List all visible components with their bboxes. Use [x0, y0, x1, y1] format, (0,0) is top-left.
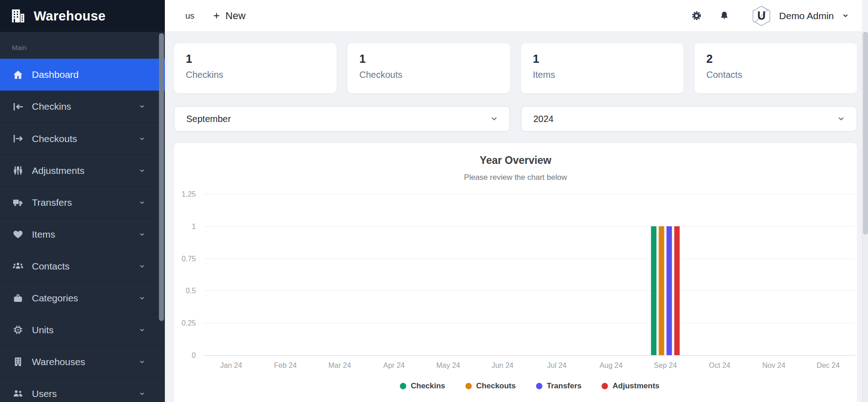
stat-label: Items — [533, 70, 672, 80]
sliders-icon — [11, 165, 24, 176]
bar-transfers-sep-24[interactable] — [666, 226, 672, 355]
sidebar-item-label: Dashboard — [32, 69, 79, 80]
main-column: us New U Demo Admin 1Checkins1Checkouts1… — [165, 0, 868, 402]
sidebar: Warehouse Main DashboardCheckinsCheckout… — [0, 0, 165, 402]
y-axis-tick-label: 1 — [174, 223, 196, 231]
sidebar-item-adjustments[interactable]: Adjustments — [0, 154, 165, 186]
y-axis-tick-label: 0.5 — [174, 287, 196, 295]
chevron-down-icon — [138, 231, 146, 238]
legend-label: Transfers — [547, 382, 582, 391]
chart-gridline — [204, 290, 855, 291]
legend-item-adjustments[interactable]: Adjustments — [602, 382, 659, 391]
sidebar-item-label: Categories — [32, 293, 78, 304]
page-scrollbar — [862, 32, 868, 402]
locale-switcher[interactable]: us — [185, 11, 194, 21]
x-axis-tick-label: Nov 24 — [747, 361, 801, 370]
sidebar-item-categories[interactable]: Categories — [0, 282, 165, 314]
chevron-down-icon — [837, 114, 846, 123]
sidebar-section-label: Main — [0, 32, 165, 59]
x-axis-tick-label: Feb 24 — [258, 361, 312, 370]
sidebar-item-checkouts[interactable]: Checkouts — [0, 122, 165, 154]
new-button[interactable]: New — [213, 10, 245, 22]
x-axis-tick-label: Apr 24 — [367, 361, 421, 370]
sidebar-item-checkins[interactable]: Checkins — [0, 91, 165, 122]
year-select[interactable]: 2024 — [521, 106, 857, 132]
month-select[interactable]: September — [174, 106, 510, 132]
page-scrollbar-thumb[interactable] — [863, 32, 868, 234]
microchip-icon — [11, 324, 24, 336]
sidebar-nav: Main DashboardCheckinsCheckoutsAdjustmen… — [0, 32, 165, 402]
legend-label: Adjustments — [613, 382, 659, 391]
sidebar-item-label: Items — [32, 229, 55, 240]
warehouse-icon — [11, 356, 24, 367]
chevron-down-icon — [842, 12, 849, 20]
x-axis-tick-label: Jul 24 — [530, 361, 584, 370]
chevron-down-icon — [138, 135, 146, 142]
y-axis-tick-label: 0.75 — [174, 255, 196, 263]
legend-dot — [602, 383, 608, 389]
legend-item-checkins[interactable]: Checkins — [400, 382, 445, 391]
sidebar-item-transfers[interactable]: Transfers — [0, 186, 165, 218]
sidebar-scrollbar-thumb[interactable] — [159, 33, 164, 321]
chart-title: Year Overview — [174, 154, 857, 167]
chart-plot-area: 00.250.50.7511.25 — [204, 194, 855, 356]
building-logo-icon — [9, 7, 26, 25]
x-axis-tick-label: Jun 24 — [475, 361, 530, 370]
stat-value: 1 — [533, 52, 672, 66]
user-name: Demo Admin — [779, 10, 834, 21]
truck-icon — [11, 197, 24, 208]
year-select-value: 2024 — [533, 114, 554, 124]
sidebar-item-contacts[interactable]: Contacts — [0, 250, 165, 282]
legend-item-transfers[interactable]: Transfers — [536, 382, 582, 391]
sidebar-item-label: Users — [32, 388, 57, 399]
x-axis-tick-label: May 24 — [421, 361, 475, 370]
bar-checkouts-sep-24[interactable] — [659, 226, 664, 355]
sidebar-item-label: Units — [32, 325, 54, 336]
home-icon — [11, 69, 24, 81]
legend-label: Checkouts — [476, 382, 516, 391]
stat-value: 2 — [706, 52, 845, 66]
x-axis-tick-label: Jan 24 — [204, 361, 258, 370]
x-axis-tick-label: Sep 24 — [638, 361, 692, 370]
bell-icon[interactable] — [719, 10, 730, 21]
chart-gridline — [204, 226, 855, 227]
chart-gridline — [204, 259, 855, 259]
gear-icon[interactable] — [691, 10, 702, 21]
legend-label: Checkins — [411, 382, 445, 391]
chevron-down-icon — [138, 358, 146, 366]
month-select-value: September — [186, 114, 231, 124]
x-axis-tick-label: Mar 24 — [312, 361, 367, 370]
sidebar-item-label: Transfers — [32, 197, 72, 208]
sidebar-items: DashboardCheckinsCheckoutsAdjustmentsTra… — [0, 59, 165, 402]
legend-item-checkouts[interactable]: Checkouts — [465, 382, 516, 391]
stat-cards: 1Checkins1Checkouts1Items2Contacts — [174, 43, 857, 93]
chevron-down-icon — [138, 167, 146, 174]
sidebar-item-dashboard[interactable]: Dashboard — [0, 59, 165, 91]
avatar: U — [751, 5, 772, 27]
x-axis-tick-label: Dec 24 — [801, 361, 855, 370]
user-menu[interactable]: U Demo Admin — [751, 5, 849, 27]
chevron-down-icon — [490, 114, 499, 123]
chevron-down-icon — [138, 326, 146, 334]
checkout-icon — [11, 133, 24, 144]
year-overview-chart-card: Year Overview Please review the chart be… — [174, 143, 857, 402]
bar-adjustments-sep-24[interactable] — [674, 226, 679, 355]
chevron-down-icon — [138, 103, 146, 110]
sidebar-item-units[interactable]: Units — [0, 314, 165, 346]
bar-checkins-sep-24[interactable] — [651, 226, 656, 355]
legend-dot — [400, 383, 406, 389]
sidebar-item-label: Checkins — [32, 101, 71, 112]
bar-group-sep-24 — [651, 194, 679, 355]
brand[interactable]: Warehouse — [0, 0, 165, 32]
sidebar-item-items[interactable]: Items — [0, 218, 165, 250]
sidebar-item-warehouses[interactable]: Warehouses — [0, 346, 165, 377]
sidebar-item-users[interactable]: Users — [0, 377, 165, 402]
chevron-down-icon — [138, 390, 146, 397]
y-axis-tick-label: 0 — [174, 351, 196, 360]
new-button-label: New — [225, 10, 245, 22]
sidebar-item-label: Checkouts — [32, 133, 77, 144]
weight-icon — [11, 292, 24, 304]
app-window: Warehouse Main DashboardCheckinsCheckout… — [0, 0, 868, 402]
topbar-right: U Demo Admin — [691, 5, 849, 27]
brand-name: Warehouse — [34, 9, 106, 24]
